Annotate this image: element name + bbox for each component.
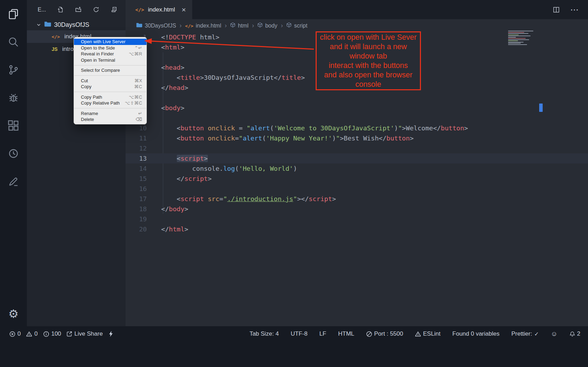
settings-gear-icon[interactable]: ⚙ [0, 306, 27, 321]
menu-separator [74, 65, 146, 66]
status-item-prettier[interactable]: Prettier:✓ [511, 330, 539, 337]
extensions-icon[interactable] [0, 115, 27, 136]
split-editor-icon[interactable] [553, 6, 560, 13]
js-file-icon: JS [52, 46, 58, 53]
menu-item-open-in-terminal[interactable]: Open in Terminal [74, 57, 146, 63]
breadcrumb-item-script[interactable]: script [286, 22, 307, 29]
breadcrumb-label: 30DaysOfJS [145, 23, 176, 29]
breadcrumb-item-index-html[interactable]: </>index.html [185, 23, 221, 29]
close-icon[interactable]: × [182, 6, 186, 13]
code-text: <title>30DaysOfJavaScript</title> [161, 74, 305, 81]
folder-icon [136, 22, 142, 29]
status-label: ESLint [423, 330, 440, 337]
line-number: 14 [126, 165, 147, 172]
code-line-7[interactable]: 7 [126, 93, 588, 103]
menu-item-select-for-compare[interactable]: Select for Compare [74, 67, 146, 74]
status-item-0[interactable]: 0 [26, 330, 37, 337]
port-icon [366, 331, 372, 337]
code-text: </head> [161, 84, 188, 91]
status-left: 00100Live Share [9, 330, 113, 337]
menu-item-label: Copy [81, 84, 91, 89]
code-text: </html> [161, 225, 188, 233]
breadcrumb-item-30daysofjs[interactable]: 30DaysOfJS [136, 22, 176, 29]
more-actions-icon[interactable]: ⋯ [570, 5, 579, 15]
code-line-14[interactable]: 14 console.log('Hello, World') [126, 163, 588, 174]
code-text: <html> [161, 44, 184, 51]
history-icon[interactable] [0, 143, 27, 163]
code-text: <script> [161, 155, 208, 162]
annotation-line: window tab [317, 52, 420, 61]
html-glyph: </> [185, 23, 193, 29]
menu-item-label: Copy Path [81, 94, 102, 100]
run-debug-icon[interactable] [0, 87, 27, 108]
status-item-utf-8[interactable]: UTF-8 [291, 330, 307, 337]
check-icon: ✓ [534, 331, 539, 337]
smiley-icon: ☺ [551, 330, 557, 338]
status-item-tab-size-4[interactable]: Tab Size: 4 [249, 330, 279, 337]
status-item-lightning-icon[interactable] [108, 331, 113, 337]
menu-item-copy-path[interactable]: Copy Path⌥⌘C [74, 94, 146, 100]
breadcrumb-item-html[interactable]: html [230, 22, 248, 29]
status-item-html[interactable]: HTML [338, 330, 354, 337]
status-item-100[interactable]: 100 [43, 330, 61, 337]
refresh-icon[interactable] [92, 6, 99, 13]
collapse-folders-icon[interactable] [110, 6, 117, 13]
search-icon[interactable] [0, 32, 27, 52]
menu-item-rename[interactable]: Rename↵ [74, 110, 146, 117]
code-line-19[interactable]: 19 [126, 214, 588, 224]
code-line-18[interactable]: 18</body> [126, 204, 588, 214]
code-line-17[interactable]: 17 <script src="./introduction.js"></scr… [126, 194, 588, 204]
code-line-9[interactable]: 9 [126, 113, 588, 123]
menu-shortcut: ⌘X [134, 78, 142, 83]
code-line-11[interactable]: 11 <button onclick="alert('Happy New Yea… [126, 133, 588, 143]
status-item-found-0-variables[interactable]: Found 0 variables [452, 330, 499, 337]
code-line-20[interactable]: 20</html> [126, 224, 588, 234]
line-number: 10 [126, 124, 147, 132]
source-control-icon[interactable] [0, 60, 27, 80]
menu-item-cut[interactable]: Cut⌘X [74, 78, 146, 84]
explorer-header: E... [27, 0, 126, 19]
menu-item-label: Open in Terminal [81, 58, 115, 63]
status-item-port-5500[interactable]: Port : 5500 [366, 330, 403, 337]
tree-folder-30daysofjs[interactable]: 30DaysOfJS [27, 19, 126, 30]
code-line-16[interactable]: 16 [126, 184, 588, 194]
breadcrumb-separator-icon: › [252, 22, 254, 29]
code-line-8[interactable]: 8<body> [126, 103, 588, 113]
menu-item-reveal-in-finder[interactable]: Reveal in Finder⌥⌘R [74, 51, 146, 57]
breadcrumb-separator-icon: › [281, 22, 283, 29]
status-label: HTML [338, 330, 354, 337]
annotation-line: interact with the buttons [317, 61, 420, 70]
status-item-eslint[interactable]: ESLint [415, 330, 440, 337]
folder-icon [44, 21, 51, 29]
menu-item-delete[interactable]: Delete⌫ [74, 116, 146, 123]
menu-item-open-with-live-server[interactable]: Open with Live Server [74, 39, 146, 45]
status-item-2[interactable]: 2 [570, 330, 580, 337]
line-number: 18 [126, 205, 147, 213]
code-line-15[interactable]: 15 </script> [126, 174, 588, 184]
new-folder-icon[interactable] [75, 6, 82, 13]
status-item-0[interactable]: 0 [9, 330, 21, 337]
menu-item-copy[interactable]: Copy⌘C [74, 84, 146, 90]
activity-bar: ⚙ [0, 0, 27, 326]
code-line-12[interactable]: 12 [126, 143, 588, 153]
minimap[interactable] [507, 31, 540, 46]
new-file-icon[interactable] [57, 6, 64, 13]
tab-label: index.html [148, 6, 175, 13]
menu-item-label: Reveal in Finder [81, 51, 114, 56]
line-number: 15 [126, 175, 147, 182]
menu-item-copy-relative-path[interactable]: Copy Relative Path⌥⇧⌘C [74, 100, 146, 106]
menu-shortcut: ⌥⌘R [129, 51, 142, 56]
symbol-cube-icon [257, 22, 263, 29]
status-item-smiley-icon[interactable]: ☺ [551, 330, 557, 338]
code-line-10[interactable]: 10 <button onclick = "alert('Welcome to … [126, 123, 588, 133]
status-item-live-share[interactable]: Live Share [67, 330, 103, 337]
tab-index-html[interactable]: </> index.html × [126, 0, 192, 19]
status-item-lf[interactable]: LF [319, 330, 326, 337]
feedback-pen-icon[interactable] [0, 171, 27, 191]
code-text: <!DOCTYPE html> [161, 33, 219, 41]
explorer-icon[interactable] [0, 4, 27, 24]
menu-item-open-to-the-side[interactable]: Open to the Side⌃↵ [74, 45, 146, 51]
code-line-13[interactable]: 13 <script> [126, 153, 588, 163]
breadcrumb-item-body[interactable]: body [257, 22, 277, 29]
status-label: UTF-8 [291, 330, 307, 337]
